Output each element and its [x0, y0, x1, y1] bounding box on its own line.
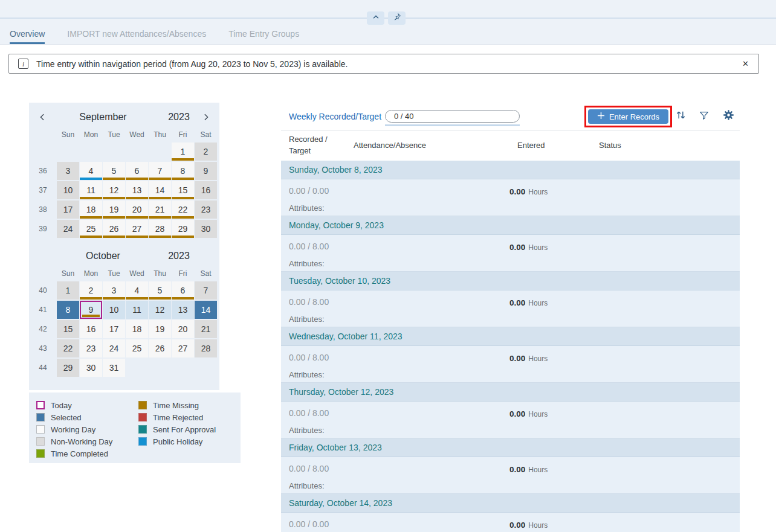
filter-button[interactable]: [696, 109, 712, 124]
next-month-button[interactable]: [200, 111, 212, 123]
table-row[interactable]: 0.00 / 8.000.00HoursAttributes:: [281, 402, 740, 438]
calendar-day[interactable]: 26: [149, 339, 171, 357]
table-row[interactable]: 0.00 / 8.000.00HoursAttributes:: [281, 290, 740, 327]
calendar-day[interactable]: 10: [103, 301, 125, 319]
day-number: 20: [178, 324, 188, 334]
calendar-day[interactable]: 9: [195, 162, 217, 180]
month-label[interactable]: September: [48, 112, 158, 123]
group-header-row[interactable]: Wednesday, October 11, 2023: [281, 327, 740, 346]
calendar-day[interactable]: 7: [149, 162, 171, 180]
calendar-day[interactable]: 25: [126, 339, 148, 357]
calendar-day[interactable]: 19: [149, 320, 171, 338]
calendar-day[interactable]: 8: [57, 301, 79, 319]
calendar-day[interactable]: 31: [103, 359, 125, 377]
settings-button[interactable]: [720, 109, 736, 124]
calendar-day[interactable]: 11: [80, 181, 102, 199]
group-header-row[interactable]: Saturday, October 14, 2023: [281, 494, 740, 513]
calendar-day[interactable]: 25: [80, 220, 102, 238]
calendar-day[interactable]: 27: [126, 220, 148, 238]
tab-import-new-attendances-absences[interactable]: IMPORT new Attendances/Absences: [67, 25, 206, 44]
calendar-day[interactable]: 26: [103, 220, 125, 238]
calendar-day[interactable]: 30: [195, 220, 217, 238]
group-header-row[interactable]: Tuesday, October 10, 2023: [281, 272, 740, 290]
enter-records-button[interactable]: Enter Records: [588, 109, 668, 124]
calendar-day[interactable]: 29: [172, 220, 194, 238]
calendar-day[interactable]: 21: [149, 200, 171, 219]
calendar-day[interactable]: 17: [103, 320, 125, 338]
year-label[interactable]: 2023: [158, 112, 200, 123]
table-row[interactable]: 0.00 / 8.000.00HoursAttributes:: [281, 235, 740, 272]
calendar-day[interactable]: 2: [195, 143, 217, 161]
prev-month-button[interactable]: [36, 111, 48, 123]
calendar-day[interactable]: 5: [103, 162, 125, 180]
calendar-day[interactable]: 9: [80, 301, 102, 319]
calendar-day[interactable]: 14: [149, 181, 171, 199]
calendar-day[interactable]: 20: [172, 320, 194, 338]
calendar-day[interactable]: 29: [57, 359, 79, 377]
sort-button[interactable]: [673, 109, 688, 124]
group-header-row[interactable]: Monday, October 9, 2023: [281, 216, 740, 235]
calendar-day[interactable]: 10: [57, 181, 79, 199]
close-message-button[interactable]: ✕: [742, 59, 749, 68]
group-header-row[interactable]: Friday, October 13, 2023: [281, 438, 740, 457]
calendar-day[interactable]: 6: [126, 162, 148, 180]
calendar-day[interactable]: 21: [195, 320, 217, 338]
calendar-day[interactable]: 2: [80, 281, 102, 300]
calendar-day[interactable]: 8: [172, 162, 194, 180]
calendar-day[interactable]: 28: [149, 220, 171, 238]
calendar-day[interactable]: 13: [126, 181, 148, 199]
calendar-day[interactable]: 30: [80, 359, 102, 377]
calendar-day[interactable]: 13: [172, 301, 194, 319]
calendar-day[interactable]: 16: [80, 320, 102, 338]
collapse-header-button[interactable]: [367, 11, 384, 25]
calendar-day[interactable]: 4: [126, 281, 148, 300]
calendar-day[interactable]: 14: [195, 301, 217, 319]
month-label[interactable]: October: [48, 251, 158, 261]
table-row[interactable]: 0.00 / 8.000.00HoursAttributes:: [281, 346, 740, 383]
calendar-day[interactable]: 20: [126, 200, 148, 219]
legend-swatch-today: [36, 401, 45, 409]
time-missing-marker: [172, 236, 194, 238]
calendar-day[interactable]: 12: [103, 181, 125, 199]
enter-records-highlight-box: Enter Records: [584, 106, 672, 127]
calendar-day[interactable]: 24: [103, 339, 125, 357]
calendar-day[interactable]: 1: [57, 281, 79, 300]
pin-header-button[interactable]: [388, 11, 406, 25]
year-label[interactable]: 2023: [158, 251, 200, 261]
calendar-day[interactable]: 5: [149, 281, 171, 300]
calendar-day[interactable]: 28: [195, 339, 217, 357]
calendar-day[interactable]: 7: [195, 281, 217, 300]
calendar-day[interactable]: 24: [57, 220, 79, 238]
sort-icon: [675, 109, 687, 123]
calendar-day[interactable]: 15: [172, 181, 194, 199]
calendar-day[interactable]: 17: [57, 200, 79, 219]
calendar-day[interactable]: 4: [80, 162, 102, 180]
calendar-day[interactable]: 1: [172, 143, 194, 161]
weekly-progress-input[interactable]: 0 / 40: [385, 110, 520, 123]
legend-label: Time Rejected: [153, 413, 203, 422]
calendar-day[interactable]: 3: [103, 281, 125, 300]
table-row[interactable]: 0.00 / 0.000.00HoursAttributes:: [281, 179, 740, 216]
time-missing-marker: [149, 216, 171, 219]
calendar-day[interactable]: 18: [126, 320, 148, 338]
calendar-day[interactable]: 6: [172, 281, 194, 300]
calendar-day[interactable]: 16: [195, 181, 217, 199]
calendar-day[interactable]: 27: [172, 339, 194, 357]
calendar-day[interactable]: 23: [195, 200, 217, 219]
calendar-day[interactable]: 3: [57, 162, 79, 180]
tab-time-entry-groups[interactable]: Time Entry Groups: [228, 25, 299, 44]
calendar-day[interactable]: 23: [80, 339, 102, 357]
calendar-day[interactable]: 15: [57, 320, 79, 338]
calendar-day[interactable]: 11: [126, 301, 148, 319]
calendar-day[interactable]: 22: [172, 200, 194, 219]
calendar-day[interactable]: 22: [57, 339, 79, 357]
table-row[interactable]: 0.00 / 0.000.00HoursAttributes:: [281, 513, 740, 532]
calendar-day[interactable]: 12: [149, 301, 171, 319]
group-header-row[interactable]: Sunday, October 8, 2023: [281, 161, 740, 179]
table-row[interactable]: 0.00 / 8.000.00HoursAttributes:: [281, 457, 740, 494]
calendar-day[interactable]: 18: [80, 200, 102, 219]
group-header-row[interactable]: Thursday, October 12, 2023: [281, 383, 740, 402]
tab-overview[interactable]: Overview: [10, 25, 45, 44]
day-number: 7: [204, 286, 209, 295]
calendar-day[interactable]: 19: [103, 200, 125, 219]
